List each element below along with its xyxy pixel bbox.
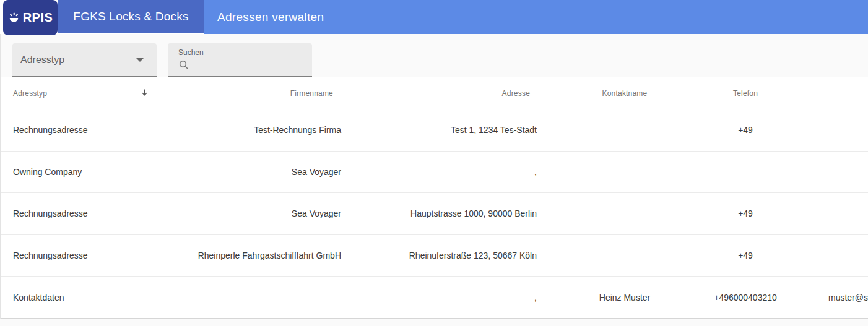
column-header-adresse[interactable]: Adresse [342, 89, 538, 98]
cell-adresse: Rheinuferstraße 123, 50667 Köln [342, 251, 538, 260]
cell-email: muster@se [779, 293, 868, 302]
cell-adresse: Test 1, 1234 Tes-Stadt [342, 125, 538, 135]
adresstyp-select[interactable]: Adresstyp [12, 43, 157, 77]
cell-firmenname: Sea Voyager [155, 208, 342, 218]
table-row[interactable]: Rechnungsadresse Test-Rechnungs Firma Te… [1, 109, 868, 152]
adresstyp-select-label: Adresstyp [12, 54, 136, 66]
search-icon [178, 59, 189, 71]
ship-helm-icon [8, 12, 20, 24]
column-header-firmenname[interactable]: Firmenname [155, 89, 342, 98]
search-field[interactable]: Suchen [168, 43, 312, 77]
tab-adressen-verwalten[interactable]: Adressen verwalten [204, 11, 324, 24]
filter-toolbar: Adresstyp Suchen [1, 34, 868, 77]
search-field-body [178, 59, 312, 71]
cell-firmenname: Test-Rechnungs Firma [155, 125, 342, 135]
cell-adresstyp: Owning Company [1, 167, 155, 177]
chevron-down-icon [136, 58, 144, 62]
cell-telefon: +496000403210 [711, 293, 779, 302]
cell-adresse: , [342, 167, 538, 177]
page-bottom-strip [0, 319, 868, 326]
cell-adresstyp: Rechnungsadresse [1, 251, 155, 260]
address-table: Adresstyp Firmenname Adresse Kontaktname… [1, 77, 868, 319]
search-input[interactable] [194, 59, 306, 71]
cell-adresstyp: Rechnungsadresse [1, 125, 155, 135]
table-header-row: Adresstyp Firmenname Adresse Kontaktname… [1, 77, 868, 109]
search-field-label: Suchen [178, 48, 312, 57]
cell-telefon: +49 [711, 251, 779, 260]
cell-firmenname: Rheinperle Fahrgastschifffahrt GmbH [155, 251, 342, 260]
table-row[interactable]: Kontaktdaten , Heinz Muster +49600040321… [1, 277, 868, 319]
app-tab-label: FGKS Locks & Docks [73, 10, 188, 24]
cell-adresstyp: Kontaktdaten [1, 293, 155, 302]
cell-adresse: Hauptstrasse 1000, 90000 Berlin [342, 208, 538, 218]
page-content: Adresstyp Suchen Adresstyp [0, 34, 868, 319]
cell-telefon: +49 [711, 208, 779, 218]
cell-firmenname: Sea Voyager [155, 167, 342, 177]
cell-telefon: +49 [711, 125, 779, 135]
column-header-kontaktname[interactable]: Kontaktname [538, 89, 711, 98]
cell-adresstyp: Rechnungsadresse [1, 208, 155, 218]
table-row[interactable]: Owning Company Sea Voyager , [1, 152, 868, 194]
tab-fgks-locks-docks[interactable]: FGKS Locks & Docks [58, 0, 204, 33]
table-row[interactable]: Rechnungsadresse Rheinperle Fahrgastschi… [1, 235, 868, 277]
brand-logo[interactable]: RPIS [3, 0, 58, 35]
column-header-telefon[interactable]: Telefon [711, 89, 779, 98]
cell-adresse: , [342, 293, 538, 302]
brand-name: RPIS [23, 11, 53, 25]
page-nav-bar: Adressen verwalten [204, 0, 868, 34]
table-row[interactable]: Rechnungsadresse Sea Voyager Hauptstrass… [1, 193, 868, 235]
sort-arrow-down-icon [140, 88, 149, 99]
column-header-adresstyp[interactable]: Adresstyp [1, 89, 155, 98]
cell-kontaktname: Heinz Muster [538, 293, 711, 302]
top-navigation: Adressen verwalten FGKS Locks & Docks RP… [0, 0, 868, 34]
